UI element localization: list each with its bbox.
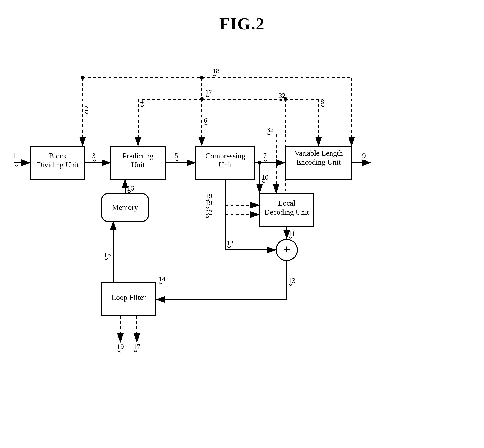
- svg-point-61: [284, 97, 287, 101]
- svg-text:8: 8: [320, 97, 324, 105]
- svg-text:19: 19: [117, 343, 124, 350]
- svg-text:Encoding Unit: Encoding Unit: [296, 158, 341, 166]
- svg-text:4: 4: [140, 97, 144, 105]
- loop-filter-label: Loop Filter: [112, 293, 146, 302]
- svg-text:2: 2: [84, 104, 88, 112]
- svg-text:19: 19: [205, 199, 212, 207]
- svg-text:+: +: [283, 243, 290, 256]
- svg-text:19: 19: [205, 192, 212, 200]
- svg-text:14: 14: [159, 275, 166, 282]
- svg-text:3: 3: [92, 152, 96, 159]
- svg-text:9: 9: [362, 152, 366, 159]
- compressing-unit-label: Compressing: [205, 152, 246, 160]
- svg-text:32: 32: [205, 208, 212, 216]
- svg-text:13: 13: [288, 277, 295, 284]
- predicting-unit-label: Predicting: [123, 152, 154, 160]
- svg-text:Unit: Unit: [219, 160, 232, 169]
- svg-text:11: 11: [288, 229, 295, 237]
- svg-text:Decoding Unit: Decoding Unit: [264, 208, 309, 216]
- memory-label: Memory: [112, 203, 138, 211]
- svg-text:17: 17: [205, 88, 212, 96]
- svg-text:5: 5: [175, 152, 178, 159]
- block-dividing-unit-label: Block: [49, 152, 67, 160]
- svg-text:18: 18: [212, 67, 220, 74]
- svg-text:32: 32: [267, 126, 274, 134]
- svg-text:17: 17: [133, 343, 140, 350]
- svg-text:1: 1: [12, 152, 16, 159]
- svg-text:15: 15: [104, 251, 111, 258]
- svg-text:12: 12: [227, 239, 234, 247]
- svg-text:7: 7: [263, 152, 267, 159]
- variable-length-encoding-unit-label: Variable Length: [294, 149, 343, 157]
- svg-text:Unit: Unit: [131, 160, 145, 169]
- svg-text:10: 10: [262, 173, 269, 181]
- svg-text:Dividing Unit: Dividing Unit: [37, 160, 79, 169]
- local-decoding-unit-label: Local: [278, 199, 295, 207]
- svg-text:16: 16: [127, 184, 134, 192]
- svg-text:6: 6: [204, 116, 207, 124]
